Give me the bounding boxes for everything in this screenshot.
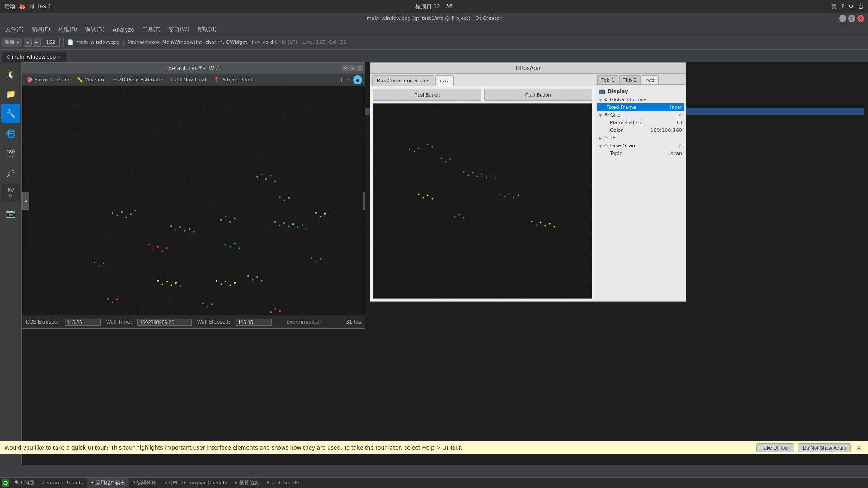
rviz-toggle-right[interactable]: ▸ xyxy=(363,192,365,210)
rviz-toggle-left[interactable]: ◂ xyxy=(22,192,29,210)
right-tab-rviz[interactable]: rviz xyxy=(642,75,659,84)
rviz-view-btn-3[interactable]: ● xyxy=(353,75,362,84)
svg-point-60 xyxy=(320,216,321,217)
right-tab-1[interactable]: Tab 1 xyxy=(597,75,618,84)
maximize-button[interactable]: □ xyxy=(848,15,855,22)
push-button-1[interactable]: PushButton xyxy=(373,89,481,101)
prev-button[interactable]: ◂ xyxy=(24,38,32,47)
qrosapp-content: Ros Communications rviz PushButton PushB… xyxy=(370,74,686,301)
help-icon[interactable]: ? xyxy=(841,3,844,9)
tour-close-icon[interactable]: ✕ xyxy=(854,444,863,451)
app-icon-build[interactable]: 🔧 xyxy=(1,104,20,123)
expand-tf-icon: ▶ xyxy=(599,136,602,141)
status-tab-app-output[interactable]: 3 应用程序输出 xyxy=(87,478,129,488)
svg-point-65 xyxy=(220,219,222,221)
app-title: main_window.cpp (qt_test1/src @ Project)… xyxy=(367,15,501,21)
ros-elapsed-input[interactable] xyxy=(65,319,101,326)
status-tab-overview[interactable]: 6 概要信息 xyxy=(231,478,263,488)
qrosapp-rviz-view[interactable] xyxy=(373,103,592,299)
expand-laser-icon: ▼ xyxy=(599,144,602,148)
tab-close-main[interactable]: ✕ xyxy=(57,55,61,60)
menu-build[interactable]: 构建(B) xyxy=(55,25,81,34)
svg-point-71 xyxy=(279,310,281,312)
svg-point-110 xyxy=(549,223,551,225)
tree-grid[interactable]: ▼ 👁 Grid ✓ xyxy=(597,111,684,119)
svg-point-82 xyxy=(432,146,433,148)
svg-point-105 xyxy=(463,217,465,219)
rviz-tool-nav[interactable]: ⬆ 2D Nav Goal xyxy=(168,76,208,84)
tree-laserscan[interactable]: ▼ ⊙ LaserScan ✓ xyxy=(597,142,684,150)
menu-tools[interactable]: 工具(T) xyxy=(139,25,165,34)
rviz-close-btn[interactable]: ✕ xyxy=(342,65,349,71)
tree-fixed-frame[interactable]: Fixed Frame laser xyxy=(597,103,684,111)
wall-time-input[interactable] xyxy=(137,319,192,326)
close-button[interactable]: ✕ xyxy=(857,15,864,22)
svg-point-102 xyxy=(518,195,519,196)
app-icon-files[interactable]: 📁 xyxy=(1,84,20,103)
svg-point-54 xyxy=(307,228,308,230)
menu-help[interactable]: 帮助(H) xyxy=(194,25,220,34)
app-icon-rviz[interactable]: RViz xyxy=(1,183,20,202)
app-icon-camera[interactable]: 📷 xyxy=(1,203,20,222)
status-tab-issues[interactable]: 🔍 1 问题 xyxy=(11,478,38,488)
tree-global-options[interactable]: ▼ ⚙ Global Options xyxy=(597,96,684,103)
rviz-view-btn-2[interactable]: ≡ xyxy=(347,75,350,84)
global-options-icon: ⚙ xyxy=(604,97,608,102)
status-tab-search[interactable]: 2 Search Results xyxy=(38,478,87,488)
settings-icon[interactable]: ⚙ xyxy=(849,3,854,9)
minimize-button[interactable]: ─ xyxy=(839,15,846,22)
rviz-tool-measure[interactable]: 📏 Measure xyxy=(75,76,108,84)
svg-point-97 xyxy=(432,198,433,200)
activities-label[interactable]: 活动 xyxy=(5,3,15,10)
breadcrumb-file[interactable]: main_window.cpp xyxy=(75,39,119,45)
experimental-label: Experimental xyxy=(286,319,319,325)
menu-bar: 文件(F) 编辑(E) 构建(B) 调试(D) Analyze 工具(T) 窗口… xyxy=(0,24,868,35)
tree-topic[interactable]: Topic /scan xyxy=(597,150,684,157)
app-icon-media[interactable]: 🎬 xyxy=(1,144,20,163)
svg-point-35 xyxy=(239,248,240,249)
menu-file[interactable]: 文件(F) xyxy=(2,25,27,34)
rviz-tool-focus[interactable]: 🎯 Focus Camera xyxy=(25,76,71,84)
push-button-2[interactable]: PushButton xyxy=(484,89,593,101)
next-button[interactable]: ▸ xyxy=(33,38,41,47)
power-icon[interactable]: ⏻ xyxy=(858,3,863,9)
rviz-tool-publish[interactable]: 📍 Publish Point xyxy=(212,76,255,84)
status-tab-test[interactable]: 8 Test Results xyxy=(263,478,304,488)
svg-point-94 xyxy=(418,194,420,195)
publish-label: Publish Point xyxy=(221,77,253,83)
menu-edit[interactable]: 编辑(E) xyxy=(28,25,54,34)
rviz-max-btn[interactable]: □ xyxy=(357,65,363,71)
rviz-view-btn-1[interactable]: ✛ xyxy=(339,75,344,84)
app-icon-ubuntu[interactable]: 🐧 xyxy=(1,64,20,83)
project-selector[interactable]: 项目 ▾ xyxy=(2,38,22,47)
rviz-viewport[interactable]: ◂ ▸ xyxy=(22,86,365,315)
svg-point-39 xyxy=(261,280,263,282)
status-tab-compile[interactable]: 4 编译输出 xyxy=(129,478,161,488)
status-tab-qml-debug[interactable]: 5 QML Debugger Console xyxy=(160,478,231,488)
line-counter: 152 xyxy=(42,38,60,47)
svg-point-100 xyxy=(509,193,510,194)
rviz-tool-pose[interactable]: ✏ 2D Pose Estimate xyxy=(111,76,164,84)
svg-point-9 xyxy=(157,246,159,248)
tree-tf[interactable]: ▶ ⟳ TF xyxy=(597,134,684,142)
menu-debug[interactable]: 调试(D) xyxy=(82,25,108,34)
tree-color[interactable]: Color 160;160;160 xyxy=(597,127,684,134)
right-tab-2[interactable]: Tab 2 xyxy=(619,75,641,84)
display-icon: 📺 xyxy=(599,88,606,94)
menu-analyze[interactable]: Analyze xyxy=(109,26,137,34)
tab-rviz[interactable]: rviz xyxy=(435,75,454,86)
tab-main-window[interactable]: C main_window.cpp ✕ xyxy=(2,52,66,62)
tree-plane-cell[interactable]: Plane Cell Co... 13 xyxy=(597,119,684,127)
toolbar-buttons: ◂ ▸ 152 xyxy=(24,38,60,47)
do-not-show-again-button[interactable]: Do Not Show Again xyxy=(798,443,851,452)
lang-label[interactable]: 英 xyxy=(831,3,837,10)
menu-window[interactable]: 窗口(W) xyxy=(165,25,193,34)
rviz-min-btn[interactable]: ─ xyxy=(349,65,356,71)
svg-point-32 xyxy=(225,244,226,245)
tab-ros-comms[interactable]: Ros Communications xyxy=(372,75,434,86)
svg-point-4 xyxy=(126,217,127,218)
take-ui-tour-button[interactable]: Take UI Tour xyxy=(756,443,794,452)
app-icon-edit[interactable]: 🖊 xyxy=(1,164,20,183)
wall-elapsed-input[interactable] xyxy=(236,319,272,326)
app-icon-browser[interactable]: 🌐 xyxy=(1,124,20,143)
